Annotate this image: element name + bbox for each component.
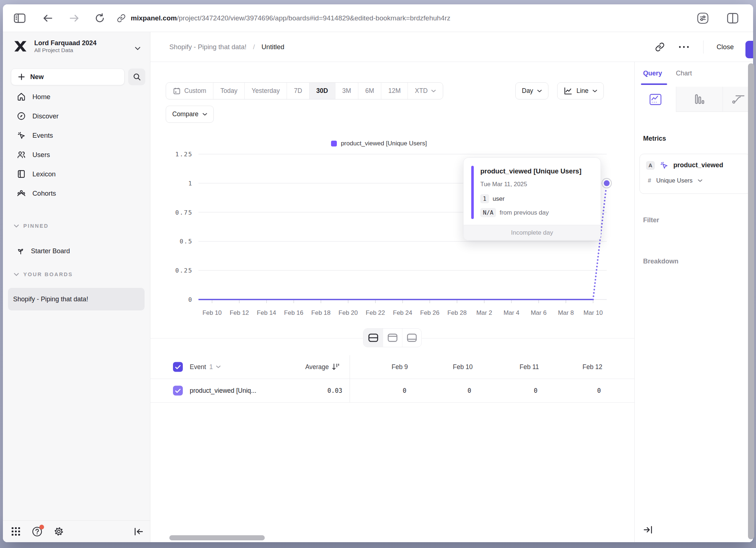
svg-text:Mar 2: Mar 2 bbox=[476, 309, 492, 316]
metric-count-by[interactable]: Unique Users bbox=[656, 177, 693, 184]
chart-type-dropdown[interactable]: Line bbox=[557, 82, 604, 99]
svg-text:1.25: 1.25 bbox=[175, 151, 193, 158]
chevron-down-icon bbox=[202, 113, 207, 116]
chevron-down-icon bbox=[216, 365, 221, 368]
svg-text:Mar 6: Mar 6 bbox=[531, 309, 546, 316]
range-xtd[interactable]: XTD bbox=[407, 83, 443, 99]
metrics-heading: Metrics bbox=[643, 135, 666, 142]
vertical-scrollbar-thumb[interactable] bbox=[748, 63, 754, 539]
bar-chart-tab[interactable] bbox=[676, 87, 722, 112]
average-column-header[interactable]: Average bbox=[305, 355, 329, 379]
range-12m[interactable]: 12M bbox=[381, 83, 407, 99]
forward-icon[interactable] bbox=[69, 14, 79, 23]
range-today[interactable]: Today bbox=[213, 83, 244, 99]
granularity-dropdown[interactable]: Day bbox=[515, 82, 548, 99]
layout-table-only-button[interactable] bbox=[402, 329, 421, 347]
date-column-header: Feb 11 bbox=[492, 355, 539, 379]
horizontal-scrollbar-thumb[interactable] bbox=[169, 535, 265, 540]
date-column-header: Feb 10 bbox=[425, 355, 473, 379]
range-6m[interactable]: 6M bbox=[358, 83, 381, 99]
header-divider bbox=[703, 40, 704, 54]
sidebar-nav: Home Discover Events Users Lexicon bbox=[3, 87, 150, 203]
row-checkbox[interactable] bbox=[173, 386, 183, 396]
compare-dropdown[interactable]: Compare bbox=[166, 106, 214, 123]
project-subtitle: All Project Data bbox=[34, 47, 97, 54]
sidebar-item-events[interactable]: Events bbox=[3, 126, 150, 145]
browser-window: mixpanel.com/project/3472420/view/397469… bbox=[3, 4, 753, 542]
your-boards-section-header[interactable]: YOUR BOARDS bbox=[14, 271, 73, 277]
browser-extensions-icon[interactable] bbox=[696, 12, 709, 25]
filter-heading: Filter bbox=[643, 216, 659, 224]
svg-text:Feb 16: Feb 16 bbox=[284, 309, 303, 316]
sidebar-item-label: Cohorts bbox=[32, 189, 56, 197]
project-switcher[interactable]: Lord Farquaad 2024 All Project Data bbox=[12, 38, 97, 54]
event-column-header[interactable]: Event 1 bbox=[190, 355, 221, 379]
sidebar-item-users[interactable]: Users bbox=[3, 145, 150, 164]
select-all-checkbox[interactable] bbox=[173, 362, 183, 372]
settings-gear-icon[interactable] bbox=[54, 526, 64, 537]
range-yesterday[interactable]: Yesterday bbox=[244, 83, 287, 99]
project-name: Lord Farquaad 2024 bbox=[34, 39, 97, 47]
save-button-partial[interactable] bbox=[745, 41, 753, 58]
layout-chart-only-button[interactable] bbox=[383, 329, 402, 347]
browser-toolbar: mixpanel.com/project/3472420/view/397469… bbox=[3, 4, 753, 32]
reload-icon[interactable] bbox=[95, 13, 105, 23]
back-icon[interactable] bbox=[43, 14, 53, 23]
metric-letter-badge: A bbox=[646, 161, 655, 170]
new-button[interactable]: New bbox=[11, 68, 125, 85]
date-column-header: Feb 9 bbox=[361, 355, 408, 379]
metric-event-name: product_viewed bbox=[673, 161, 723, 169]
tooltip-title: product_viewed [Unique Users] bbox=[480, 167, 582, 175]
tab-chart[interactable]: Chart bbox=[676, 70, 692, 77]
event-icon bbox=[659, 161, 669, 170]
your-boards-label: YOUR BOARDS bbox=[23, 271, 73, 277]
chart-type-tabs bbox=[635, 87, 753, 112]
row-event-name[interactable]: product_viewed [Uniq... bbox=[190, 379, 256, 402]
breadcrumb-page[interactable]: Untitled bbox=[261, 43, 284, 51]
project-chevron-down-icon[interactable] bbox=[135, 47, 141, 50]
search-button[interactable] bbox=[128, 68, 145, 85]
svg-text:0.5: 0.5 bbox=[180, 238, 193, 245]
copy-link-icon[interactable] bbox=[655, 42, 665, 52]
chevron-down-icon bbox=[14, 273, 19, 276]
url-host: mixpanel.com bbox=[131, 14, 177, 22]
sidebar-item-lexicon[interactable]: Lexicon bbox=[3, 164, 150, 184]
more-options-icon[interactable] bbox=[678, 45, 690, 49]
date-column-header: Feb 12 bbox=[555, 355, 602, 379]
collapse-sidebar-icon[interactable] bbox=[133, 527, 143, 536]
query-panel: Query Chart Metrics A product_ bbox=[634, 62, 753, 542]
layout-split-view-button[interactable] bbox=[363, 329, 383, 347]
home-icon bbox=[16, 92, 26, 101]
range-7d[interactable]: 7D bbox=[287, 83, 309, 99]
expand-panel-icon[interactable] bbox=[643, 525, 653, 534]
breadcrumb: Shopify - Piping that data! / Untitled bbox=[169, 32, 284, 62]
metric-card[interactable]: A product_viewed # Unique Users bbox=[639, 154, 751, 194]
sidebar-item-starter-board[interactable]: Starter Board bbox=[16, 245, 70, 257]
insights-chart-tab-selected[interactable] bbox=[635, 87, 676, 112]
apps-grid-icon[interactable] bbox=[11, 527, 21, 536]
range-30d-selected[interactable]: 30D bbox=[309, 83, 335, 99]
breadcrumb-board[interactable]: Shopify - Piping that data! bbox=[169, 43, 247, 51]
mixpanel-app: Lord Farquaad 2024 All Project Data New … bbox=[3, 32, 753, 542]
sidebar-item-active-board[interactable]: Shopify - Piping that data! bbox=[8, 288, 145, 310]
mixpanel-logo bbox=[12, 38, 28, 54]
browser-split-view-icon[interactable] bbox=[727, 13, 739, 24]
sidebar-item-cohorts[interactable]: Cohorts bbox=[3, 184, 150, 203]
tab-query[interactable]: Query bbox=[643, 70, 662, 77]
url-bar[interactable]: mixpanel.com/project/3472420/view/397469… bbox=[117, 14, 450, 23]
row-cell-value: 0 bbox=[424, 379, 471, 402]
sidebar-item-label: Home bbox=[32, 93, 50, 101]
table-header-row: Event 1 Average Feb 9 Feb 10 Feb 11 Feb … bbox=[150, 355, 634, 379]
board-label: Starter Board bbox=[31, 247, 70, 255]
svg-text:1: 1 bbox=[188, 180, 193, 187]
sort-icon[interactable] bbox=[331, 363, 340, 371]
chevron-down-icon bbox=[431, 90, 436, 93]
pinned-section-header[interactable]: PINNED bbox=[14, 223, 49, 229]
help-icon[interactable] bbox=[32, 526, 43, 537]
range-3m[interactable]: 3M bbox=[335, 83, 358, 99]
sidebar-item-discover[interactable]: Discover bbox=[3, 106, 150, 126]
browser-sidebar-toggle-icon[interactable] bbox=[14, 13, 25, 23]
close-button[interactable]: Close bbox=[717, 43, 734, 51]
sidebar-item-home[interactable]: Home bbox=[3, 87, 150, 106]
range-custom[interactable]: Custom bbox=[166, 83, 213, 99]
